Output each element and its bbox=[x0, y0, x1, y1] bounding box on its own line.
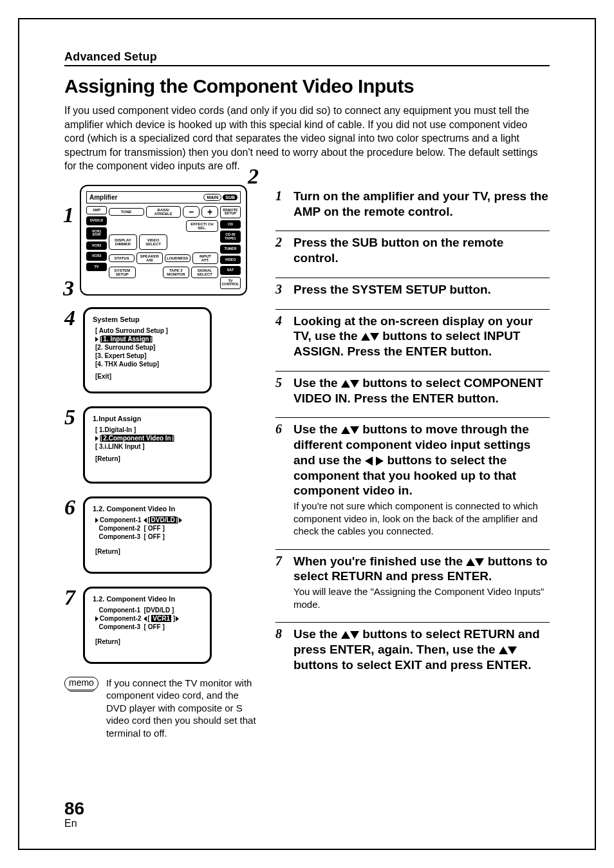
up-arrow-icon bbox=[341, 426, 350, 434]
remote-left-side: AMP DVD/LD VCR1 /DVR VCR2 VCR3 TV bbox=[86, 206, 107, 289]
right-arrow-icon bbox=[376, 457, 384, 466]
step-title: Use the buttons to select COMPONENT VIDE… bbox=[293, 375, 550, 406]
step-number: 5 bbox=[275, 375, 287, 390]
right-arrow-icon bbox=[179, 518, 182, 523]
sat-button: SAT bbox=[220, 266, 241, 275]
callout-2: 2 bbox=[248, 165, 259, 187]
step-number: 3 bbox=[275, 282, 287, 296]
step-title: Looking at the on-screen display on your… bbox=[293, 314, 550, 359]
speaker-ab-button: SPEAKER A/B bbox=[136, 252, 162, 264]
step-6: 6 Use the buttons to move through the di… bbox=[275, 417, 550, 537]
osd4-line: [4. THX Audio Setup] bbox=[95, 361, 202, 368]
loudness-button: LOUDNESS bbox=[165, 254, 191, 262]
tv-button: TV bbox=[86, 263, 107, 272]
vcr1-button: VCR1 /DVR bbox=[86, 227, 107, 240]
cursor-icon bbox=[95, 616, 98, 621]
tone-button: TONE bbox=[109, 208, 144, 216]
step-number: 2 bbox=[275, 235, 287, 249]
step-1: 1 Turn on the amplifier and your TV, pre… bbox=[275, 185, 550, 220]
status-button: STATUS bbox=[109, 254, 135, 262]
right-arrow-icon bbox=[176, 616, 179, 621]
manual-page: Advanced Setup Assigning the Component V… bbox=[18, 18, 596, 850]
down-arrow-icon bbox=[508, 646, 517, 654]
osd-screen-7: 1.2. Component Video In Component-1 [DVD… bbox=[83, 587, 212, 664]
osd5-highlight: 2.Component Video In bbox=[102, 435, 172, 442]
left-arrow-icon bbox=[144, 518, 147, 523]
plus-button: + bbox=[201, 206, 218, 218]
cdr-tape1-button: CD-R/ TAPE1 bbox=[220, 231, 241, 243]
down-arrow-icon bbox=[350, 426, 359, 434]
osd4-title: System Setup bbox=[93, 316, 202, 323]
osd6-value: [ OFF ] bbox=[144, 533, 165, 540]
osd6-label: Component-2 bbox=[99, 525, 140, 532]
down-arrow-icon bbox=[350, 380, 359, 388]
step-title: Press the SUB button on the remote contr… bbox=[293, 235, 550, 266]
minus-button: − bbox=[183, 206, 200, 218]
osd-screen-4: System Setup [ Auto Surround Setup ] [1.… bbox=[83, 307, 212, 393]
dvd-ld-button: DVD/LD bbox=[86, 216, 107, 225]
effect-chsel-button: EFFECT/ CH SEL. bbox=[186, 220, 218, 232]
up-arrow-icon bbox=[341, 631, 350, 639]
down-arrow-icon bbox=[350, 631, 359, 639]
system-setup-button: SYSTEM SETUP bbox=[109, 267, 136, 278]
left-arrow-icon bbox=[144, 616, 147, 621]
step-number: 4 bbox=[275, 314, 287, 328]
callout-1: 1 bbox=[63, 204, 74, 226]
step-subtext: You will leave the "Assigning the Compon… bbox=[293, 585, 550, 610]
fig-num-6: 6 bbox=[64, 496, 75, 518]
fig-num-4: 4 bbox=[64, 307, 75, 329]
step-8: 8 Use the buttons to select RETURN and p… bbox=[275, 622, 550, 672]
step-number: 8 bbox=[275, 627, 287, 641]
osd4-line-selected: [1. Input Assign] bbox=[95, 335, 202, 343]
step-text: Use the bbox=[293, 422, 341, 436]
down-arrow-icon bbox=[475, 558, 484, 566]
osd4-line: [3. Expert Setup] bbox=[95, 352, 202, 359]
osd7-row3: Component-3 [ OFF ] bbox=[95, 623, 202, 630]
display-dimmer-button: DISPLAY DIMMER bbox=[109, 234, 137, 250]
step-title: Use the buttons to move through the diff… bbox=[293, 422, 550, 498]
step-7: 7 When you're finished use the buttons t… bbox=[275, 549, 550, 611]
osd7-label: Component-3 bbox=[99, 623, 140, 630]
fig-num-5: 5 bbox=[64, 406, 75, 428]
cursor-icon bbox=[95, 436, 98, 441]
page-footer: 86 En bbox=[64, 800, 84, 829]
step-text: Use the bbox=[293, 376, 341, 390]
step-subtext: If you're not sure which component is co… bbox=[293, 500, 550, 538]
osd6-label: Component-3 bbox=[99, 533, 140, 540]
right-column: 1 Turn on the amplifier and your TV, pre… bbox=[275, 185, 550, 740]
osd-figure-6: 6 1.2. Component Video In Component-1 [D… bbox=[64, 496, 257, 574]
osd4-line: [2. Surround Setup] bbox=[95, 344, 202, 351]
osd6-value: [ OFF ] bbox=[144, 525, 165, 532]
osd6-return: [Return] bbox=[95, 548, 202, 555]
page-number: 86 bbox=[64, 800, 84, 818]
input-att-button: INPUT ATT. bbox=[192, 252, 218, 264]
osd-screen-5: 1.Input Assign [ 1.Digital-In ] [2.Compo… bbox=[83, 406, 212, 484]
up-arrow-icon bbox=[466, 558, 475, 566]
step-title: Turn on the amplifier and your TV, press… bbox=[293, 189, 550, 220]
osd7-label: Component-2 bbox=[100, 615, 141, 622]
osd6-row2: Component-2 [ OFF ] bbox=[95, 525, 202, 532]
vcr2-button: VCR2 bbox=[86, 241, 107, 250]
step-text: Use the bbox=[293, 627, 341, 641]
osd-screen-6: 1.2. Component Video In Component-1 [DVD… bbox=[83, 496, 212, 574]
tape2-monitor-button: TAPE 2 MONITOR bbox=[163, 267, 190, 278]
vcr3-button: VCR3 bbox=[86, 252, 107, 261]
osd5-line: [ 1.Digital-In ] bbox=[95, 426, 202, 433]
remote-right-side: REMOTE SETUP CD CD-R/ TAPE1 TUNER VIDEO … bbox=[220, 206, 241, 289]
remote-middle: TONE BASS/ ATREBLE − + EFFECT/ CH SEL. D… bbox=[109, 206, 218, 289]
signal-select-button: SIGNAL SELECT bbox=[191, 267, 218, 278]
callout-3: 3 bbox=[63, 278, 74, 299]
osd6-label: Component-1 bbox=[100, 516, 141, 524]
cd-button: CD bbox=[220, 220, 241, 229]
step-number: 6 bbox=[275, 422, 287, 436]
osd6-row3: Component-3 [ OFF ] bbox=[95, 533, 202, 540]
osd5-line: [ 3.i.LINK Input ] bbox=[95, 443, 202, 450]
page-title: Assigning the Component Video Inputs bbox=[64, 75, 550, 97]
osd7-label: Component-1 bbox=[99, 607, 140, 614]
video-select-button: VIDEO SELECT bbox=[139, 234, 167, 250]
section-heading: Advanced Setup bbox=[64, 50, 550, 66]
step-title: When you're finished use the buttons to … bbox=[293, 554, 550, 585]
tuner-button: TUNER bbox=[220, 245, 241, 254]
step-text: buttons to select EXIT and press ENTER. bbox=[293, 658, 532, 672]
osd-figure-4: 4 System Setup [ Auto Surround Setup ] [… bbox=[64, 307, 257, 393]
